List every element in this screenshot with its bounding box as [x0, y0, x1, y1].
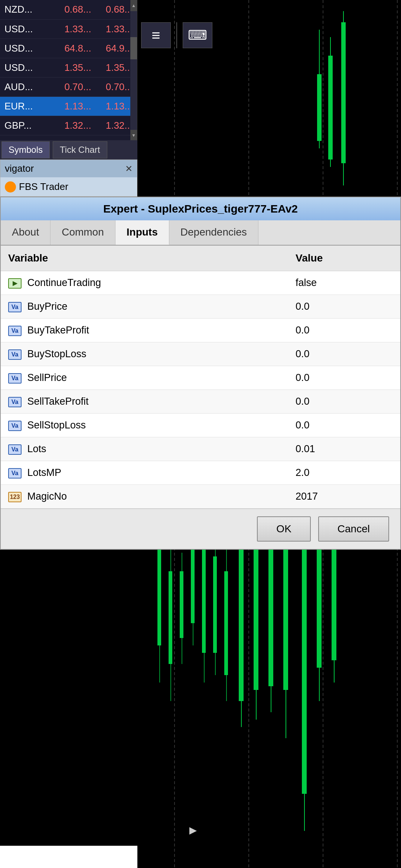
var-type-icon: Va	[8, 349, 22, 360]
symbol-row[interactable]: AUD... 0.70... 0.70...	[0, 77, 137, 96]
symbols-panel: NZD... 0.68... 0.68... USD... 1.33... 1.…	[0, 0, 137, 160]
col-variable: Variable	[1, 246, 288, 271]
input-variable: Va BuyPrice	[1, 295, 288, 319]
tab-symbols[interactable]: Symbols	[1, 141, 50, 158]
symbol-name: NZD...	[0, 0, 54, 19]
input-value[interactable]: 0.0	[288, 319, 400, 342]
input-row[interactable]: Va SellStopLoss 0.0	[1, 414, 400, 437]
scrollbar-vertical[interactable]: ▲ ▼	[130, 0, 137, 141]
var-type-icon: Va	[8, 397, 22, 407]
input-value[interactable]: 0.0	[288, 342, 400, 366]
scroll-up-arrow[interactable]: ▲	[130, 0, 137, 11]
symbol-row[interactable]: NZD... 0.68... 0.68...	[0, 0, 137, 19]
tab-tick-chart[interactable]: Tick Chart	[53, 141, 107, 158]
expert-footer: OK Cancel	[1, 509, 400, 549]
svg-rect-9	[341, 22, 346, 163]
expert-dialog-title: Expert - SuplexPrices_tiger777-EAv2	[1, 197, 400, 220]
svg-rect-41	[332, 534, 336, 660]
var-type-icon: ▶	[8, 278, 22, 289]
svg-rect-17	[169, 571, 172, 664]
symbol-row[interactable]: EUR... 1.13... 1.13...	[0, 96, 137, 116]
var-type-icon: Va	[8, 444, 22, 455]
navigator-title-text: vigator	[5, 163, 34, 174]
input-row[interactable]: 123 MagicNo 2017	[1, 485, 400, 509]
symbol-row[interactable]: USD... 1.33... 1.33...	[0, 19, 137, 39]
scroll-thumb[interactable]	[130, 37, 137, 59]
input-variable: 123 MagicNo	[1, 485, 288, 509]
tab-dependencies[interactable]: Dependencies	[169, 220, 258, 245]
expert-dialog: Expert - SuplexPrices_tiger777-EAv2 Abou…	[0, 197, 401, 550]
input-value[interactable]: 0.0	[288, 366, 400, 390]
input-variable: Va SellPrice	[1, 366, 288, 390]
symbol-bid: 1.32...	[54, 116, 95, 135]
cursor-indicator	[189, 827, 197, 835]
symbols-tabs: Symbols Tick Chart	[0, 140, 137, 160]
input-row[interactable]: Va Lots 0.01	[1, 437, 400, 461]
svg-rect-25	[213, 556, 217, 653]
symbol-bid: 64.8...	[54, 39, 95, 58]
input-row[interactable]: ▶ ContinueTrading false	[1, 271, 400, 295]
symbol-name: USD...	[0, 19, 54, 39]
keyboard-button[interactable]: ⌨	[183, 22, 212, 48]
input-value[interactable]: false	[288, 271, 400, 295]
toolbar: ≡ ⌨	[141, 22, 212, 48]
tab-common[interactable]: Common	[50, 220, 115, 245]
input-row[interactable]: Va BuyPrice 0.0	[1, 295, 400, 319]
symbol-name: GBP...	[0, 116, 54, 135]
navigator-item-label: FBS Trader	[19, 181, 68, 193]
symbol-name: AUD...	[0, 77, 54, 96]
navigator-title-bar: vigator ✕	[0, 160, 137, 177]
menu-icon: ≡	[151, 27, 160, 44]
bottom-left-panel	[0, 846, 137, 868]
svg-rect-23	[202, 549, 206, 653]
symbol-bid: 1.33...	[54, 19, 95, 39]
input-value[interactable]: 2017	[288, 485, 400, 509]
input-variable: Va SellStopLoss	[1, 414, 288, 437]
inputs-table: Variable Value ▶ ContinueTrading false V…	[1, 246, 400, 509]
input-row[interactable]: Va SellPrice 0.0	[1, 366, 400, 390]
symbol-row[interactable]: USD... 64.8... 64.9...	[0, 39, 137, 58]
svg-rect-15	[157, 534, 161, 645]
input-value[interactable]: 0.0	[288, 414, 400, 437]
cancel-button[interactable]: Cancel	[318, 516, 389, 542]
input-row[interactable]: Va BuyTakeProfit 0.0	[1, 319, 400, 342]
toolbar-divider	[176, 22, 177, 48]
fbs-icon	[5, 181, 16, 193]
symbol-row[interactable]: GBP... 1.32... 1.32...	[0, 116, 137, 135]
input-value[interactable]: 0.0	[288, 295, 400, 319]
symbol-name: USD...	[0, 39, 54, 58]
input-value[interactable]: 0.0	[288, 390, 400, 414]
ok-button[interactable]: OK	[257, 516, 310, 542]
keyboard-icon: ⌨	[188, 27, 207, 43]
input-value[interactable]: 0.01	[288, 437, 400, 461]
var-type-icon: Va	[8, 326, 22, 336]
tab-about[interactable]: About	[1, 220, 50, 245]
symbol-row[interactable]: USD... 1.35... 1.35...	[0, 58, 137, 77]
var-type-icon: Va	[8, 373, 22, 384]
input-variable: Va BuyStopLoss	[1, 342, 288, 366]
input-variable: Va LotsMP	[1, 461, 288, 485]
input-row[interactable]: Va SellTakeProfit 0.0	[1, 390, 400, 414]
tab-inputs[interactable]: Inputs	[115, 220, 169, 245]
input-variable: Va SellTakeProfit	[1, 390, 288, 414]
input-value[interactable]: 2.0	[288, 461, 400, 485]
var-type-icon: Va	[8, 302, 22, 312]
menu-button[interactable]: ≡	[141, 22, 171, 48]
inputs-panel: Variable Value ▶ ContinueTrading false V…	[1, 246, 400, 509]
scroll-down-arrow[interactable]: ▼	[130, 130, 137, 141]
navigator-fbs-trader[interactable]: FBS Trader	[0, 177, 137, 196]
svg-rect-7	[328, 56, 333, 160]
svg-rect-5	[317, 74, 322, 141]
symbol-bid: 1.13...	[54, 96, 95, 116]
svg-rect-31	[254, 527, 258, 690]
input-variable: Va Lots	[1, 437, 288, 461]
navigator-panel: vigator ✕ FBS Trader	[0, 160, 137, 197]
svg-rect-19	[180, 571, 183, 638]
col-value: Value	[288, 246, 400, 271]
symbol-bid: 0.68...	[54, 0, 95, 19]
navigator-close-button[interactable]: ✕	[125, 164, 133, 174]
symbol-name: EUR...	[0, 96, 54, 116]
input-row[interactable]: Va LotsMP 2.0	[1, 461, 400, 485]
svg-rect-27	[224, 571, 228, 675]
input-row[interactable]: Va BuyStopLoss 0.0	[1, 342, 400, 366]
